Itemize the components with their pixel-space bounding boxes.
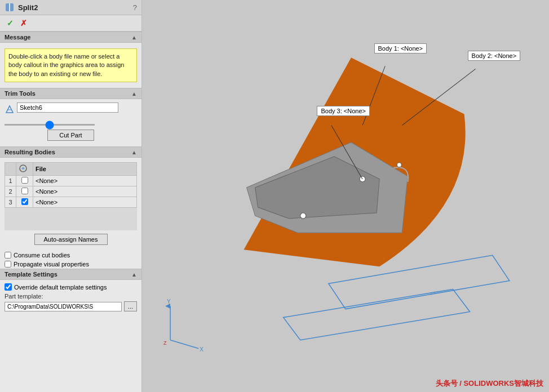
svg-point-9 [300,213,306,219]
col-num-header [5,163,16,176]
svg-text:Z: Z [163,340,167,346]
cancel-button[interactable]: ✗ [18,17,29,29]
canvas-area: Y X Z Body 1: <None> Body 2: <None> [142,0,549,392]
svg-marker-2 [6,106,13,113]
svg-text:X: X [200,346,203,353]
template-path-row: ... [5,301,137,311]
table-row: 2<None> [5,186,137,197]
auto-assign-button[interactable]: Auto-assign Names [34,234,108,245]
rb-checkbox-2[interactable] [21,188,28,194]
rb-row-file[interactable]: <None> [33,186,137,197]
consume-cut-row: Consume cut bodies [0,251,141,260]
sketch-input[interactable] [17,103,118,113]
resulting-bodies-table: File 1<None>2<None>3<None> [5,162,137,208]
rb-row-num: 3 [5,197,16,208]
message-section-header[interactable]: Message ▲ [0,32,141,43]
panel-title: Split2 [18,3,38,12]
rb-checkbox-1[interactable] [21,177,28,184]
rb-row-checkbox-cell [16,176,33,186]
body1-callout[interactable]: Body 1: <None> [374,43,427,54]
body-icon-header [19,164,28,173]
panel-header: Split2 ? [0,0,141,15]
message-text: Double-click a body file name or select … [5,48,137,82]
watermark: 头条号 / SOLIDWORKS智城科技 [436,378,543,389]
consume-cut-checkbox[interactable] [5,252,11,259]
resulting-bodies-section-header[interactable]: Resulting Bodies ▲ [0,146,141,158]
slider-row [5,119,137,127]
table-row: 1<None> [5,176,137,186]
template-path-input[interactable] [5,302,122,311]
propagate-row: Propagate visual properties [0,260,141,269]
body1-value: <None> [401,45,423,52]
trim-tools-arrow: ▲ [131,91,137,97]
body3-value: <None> [344,108,366,114]
override-row: Override default template settings [5,283,137,291]
trim-slider[interactable] [5,124,95,126]
trim-tools-title: Trim Tools [5,90,36,97]
trim-sketch-row [5,103,137,116]
rb-row-checkbox-cell [16,197,33,208]
template-settings-arrow: ▲ [131,271,137,278]
template-settings-content: Override default template settings Part … [0,280,141,315]
template-settings-title: Template Settings [5,271,57,278]
override-checkbox[interactable] [5,283,12,291]
message-section-content: Double-click a body file name or select … [0,43,141,88]
left-panel: Split2 ? ✓ ✗ Message ▲ Double-click a bo… [0,0,142,392]
propagate-checkbox[interactable] [5,261,11,268]
svg-text:Y: Y [167,299,171,305]
part-template-label: Part template: [5,293,137,300]
override-label: Override default template settings [14,284,107,291]
toolbar-row: ✓ ✗ [0,15,141,32]
col-file-header: File [33,163,137,176]
col-icon-header [16,163,33,176]
body2-callout[interactable]: Body 2: <None> [468,51,521,61]
resulting-bodies-title: Resulting Bodies [5,149,55,155]
rb-empty-area [5,208,137,230]
template-settings-section-header[interactable]: Template Settings ▲ [0,269,141,280]
body2-value: <None> [494,52,516,59]
split-icon [5,2,15,12]
template-browse-button[interactable]: ... [124,301,137,311]
rb-row-checkbox-cell [16,186,33,197]
propagate-label: Propagate visual properties [14,261,89,268]
cut-part-button[interactable]: Cut Part [47,130,94,141]
body3-label: Body 3: [321,108,343,114]
table-row: 3<None> [5,197,137,208]
rb-row-file[interactable]: <None> [33,197,137,208]
svg-point-8 [360,176,365,182]
rb-row-file[interactable]: <None> [33,176,137,186]
resulting-bodies-content: File 1<None>2<None>3<None> Auto-assign N… [0,158,141,251]
rb-row-num: 1 [5,176,16,186]
body2-label: Body 2: [472,52,494,59]
message-arrow: ▲ [131,34,137,41]
trim-tools-content: Cut Part [0,99,141,146]
trim-icon [5,104,15,114]
rb-row-num: 2 [5,186,16,197]
body3-callout[interactable]: Body 3: <None> [317,106,370,116]
message-section-title: Message [5,34,30,41]
main-container: Split2 ? ✓ ✗ Message ▲ Double-click a bo… [0,0,549,392]
body1-label: Body 1: [378,45,401,52]
svg-point-10 [397,163,401,167]
rb-checkbox-3[interactable] [21,198,28,205]
ok-button[interactable]: ✓ [5,17,16,29]
resulting-bodies-arrow: ▲ [131,149,137,155]
trim-tools-section-header[interactable]: Trim Tools ▲ [0,88,141,99]
help-icon[interactable]: ? [133,3,137,12]
consume-cut-label: Consume cut bodies [14,252,70,259]
